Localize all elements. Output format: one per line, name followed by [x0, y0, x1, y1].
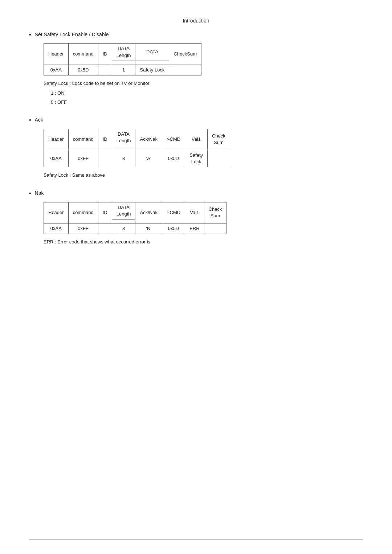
- table-wrapper-nak: Header command ID DATALength Ack/Nak r-C…: [44, 202, 363, 234]
- section-set-safety-lock: • Set Safety Lock Enable / Disable Heade…: [29, 31, 363, 106]
- cell-header-label: Header: [44, 129, 69, 150]
- cell-rcmd-ack: 0x5D: [162, 150, 185, 167]
- table-row-data: 0xAA 0x5D 1 Safety Lock: [44, 65, 201, 75]
- table-row-nak-data: 0xAA 0xFF 3 'N' 0x5D ERR: [44, 223, 226, 234]
- table-wrapper-command: Header command ID DATALength DATA CheckS…: [44, 43, 363, 75]
- cell-rcmd-nak: 0x5D: [162, 223, 185, 234]
- cell-checksum-ack: [208, 150, 230, 167]
- cell-checksum-empty-1: [169, 65, 201, 75]
- cell-header-label: Header: [44, 202, 69, 223]
- table-wrapper-ack: Header command ID DATALength Ack/Nak r-C…: [44, 129, 363, 168]
- table-row-ack-data: 0xAA 0xFF 3 'A' 0x5D SafetyLock: [44, 150, 230, 167]
- cell-data-label: DATA: [135, 44, 169, 61]
- cell-header-label: Header: [44, 44, 69, 65]
- cell-data-length-empty2: [112, 146, 135, 150]
- cell-0xAA-nak: 0xAA: [44, 223, 69, 234]
- page-header: Introduction: [29, 18, 363, 24]
- cell-data-length-empty: [112, 61, 135, 65]
- cell-id-label: ID: [98, 202, 112, 223]
- cell-id-empty-ack: [98, 150, 112, 167]
- note-0-off: 0 : OFF: [51, 99, 363, 106]
- note-1-on: 1 : ON: [51, 90, 363, 97]
- cell-safety-lock: Safety Lock: [135, 65, 169, 75]
- cell-id-label: ID: [98, 44, 112, 65]
- cell-length-nak: 3: [112, 223, 135, 234]
- cell-0xFF-ack: 0xFF: [68, 150, 98, 167]
- bullet-3: •: [29, 189, 31, 197]
- cell-acknak-N: 'N': [135, 223, 162, 234]
- table-row-header: Header command ID DATALength DATA CheckS…: [44, 44, 201, 61]
- cell-acknak-label: Ack/Nak: [135, 202, 162, 223]
- cell-length-ack: 3: [112, 150, 135, 167]
- cell-command-label: command: [68, 129, 98, 150]
- cell-data-length-label: DATALength: [112, 129, 135, 146]
- note-safety-lock-desc: Safety Lock : Lock code to be set on TV …: [44, 80, 363, 87]
- cell-command-label: command: [68, 202, 98, 223]
- cell-check-sum-label: CheckSum: [208, 129, 230, 150]
- label-nak: Nak: [35, 189, 44, 197]
- cell-acknak-A: 'A': [135, 150, 162, 167]
- cell-data-length-label: DATALength: [112, 44, 135, 61]
- bottom-rule: [29, 539, 363, 539]
- bullet-item-ack: • Ack: [29, 116, 363, 124]
- cell-0x5D: 0x5D: [68, 65, 98, 75]
- cell-command-label: command: [68, 44, 98, 65]
- cell-id-empty-1: [98, 65, 112, 75]
- cell-length-1: 1: [112, 65, 135, 75]
- ack-table: Header command ID DATALength Ack/Nak r-C…: [44, 129, 230, 168]
- page-container: Introduction • Set Safety Lock Enable / …: [0, 0, 392, 554]
- cell-data-empty: [135, 61, 169, 65]
- cell-val1-label: Val1: [185, 129, 208, 150]
- command-table: Header command ID DATALength DATA CheckS…: [44, 43, 201, 75]
- bullet-2: •: [29, 116, 31, 124]
- section-nak: • Nak Header command ID DATALength Ack/N…: [29, 189, 363, 246]
- cell-val1-err: ERR: [185, 223, 204, 234]
- bullet-item-nak: • Nak: [29, 189, 363, 197]
- cell-id-empty-nak: [98, 223, 112, 234]
- cell-data-length-label: DATALength: [112, 202, 135, 219]
- table-row-header: Header command ID DATALength Ack/Nak r-C…: [44, 129, 230, 146]
- label-set-safety-lock: Set Safety Lock Enable / Disable: [35, 31, 109, 38]
- cell-acknak-label: Ack/Nak: [135, 129, 162, 150]
- cell-0xAA-ack: 0xAA: [44, 150, 69, 167]
- cell-0xAA-1: 0xAA: [44, 65, 69, 75]
- table-row-header: Header command ID DATALength Ack/Nak r-C…: [44, 202, 226, 219]
- cell-check-sum-label: CheckSum: [204, 202, 226, 223]
- nak-table: Header command ID DATALength Ack/Nak r-C…: [44, 202, 226, 234]
- bullet-item-set-safety-lock: • Set Safety Lock Enable / Disable: [29, 31, 363, 39]
- cell-checksum-nak: [204, 223, 226, 234]
- cell-val1-safety-lock: SafetyLock: [185, 150, 208, 167]
- note-safety-lock-same: Safety Lock : Same as above: [44, 172, 363, 179]
- note-err-desc: ERR : Error code that shows what occurre…: [44, 238, 363, 246]
- cell-0xFF-nak: 0xFF: [68, 223, 98, 234]
- cell-val1-label: Val1: [185, 202, 204, 223]
- top-rule: [29, 11, 363, 11]
- cell-id-label: ID: [98, 129, 112, 150]
- cell-rcmd-label: r-CMD: [162, 129, 185, 150]
- cell-rcmd-label: r-CMD: [162, 202, 185, 223]
- bullet-1: •: [29, 31, 31, 39]
- section-ack: • Ack Header command ID DATALength Ack/N…: [29, 116, 363, 179]
- cell-checksum-label: CheckSum: [169, 44, 201, 65]
- label-ack: Ack: [35, 116, 43, 124]
- cell-data-length-empty3: [112, 219, 135, 223]
